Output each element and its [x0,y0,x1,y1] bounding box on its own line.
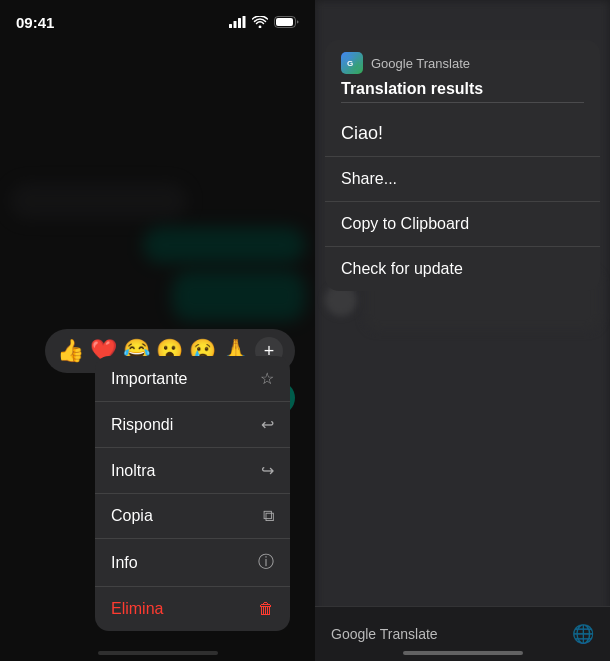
context-item-inoltra-label: Inoltra [111,462,155,480]
translate-title: Translation results [341,80,584,98]
context-item-importante[interactable]: Importante ☆ [95,356,290,402]
translate-app-name: Google Translate [371,56,470,71]
copy-icon: ⧉ [263,507,274,525]
google-translate-popup: G Google Translate Translation results C… [325,40,600,291]
bottom-bar-label: Google Translate [331,626,438,642]
translate-action-copy[interactable]: Copy to Clipboard [325,201,600,246]
right-home-indicator [403,651,523,655]
context-item-elimina-label: Elimina [111,600,163,618]
svg-rect-2 [238,18,241,28]
context-item-info[interactable]: Info ⓘ [95,539,290,587]
context-item-elimina[interactable]: Elimina 🗑 [95,587,290,631]
right-chat-area [315,260,610,606]
svg-rect-1 [234,21,237,28]
status-time: 09:41 [16,14,54,31]
status-bar: 09:41 [0,0,315,44]
right-translate-panel: G Google Translate Translation results C… [315,0,610,661]
context-item-copia-label: Copia [111,507,153,525]
context-item-inoltra[interactable]: Inoltra ↪ [95,448,290,494]
svg-rect-5 [276,18,293,26]
context-menu: Importante ☆ Rispondi ↩ Inoltra ↪ Copia … [95,356,290,631]
left-chat-panel: 09:41 [0,0,315,661]
translate-app-row: G Google Translate [341,52,584,74]
status-icons [229,16,299,28]
translate-divider [341,102,584,103]
context-item-info-label: Info [111,554,138,572]
forward-icon: ↪ [261,461,274,480]
info-icon: ⓘ [258,552,274,573]
svg-rect-3 [243,16,246,28]
wifi-icon [252,16,268,28]
reply-icon: ↩ [261,415,274,434]
emoji-thumbsup[interactable]: 👍 [57,338,84,364]
star-icon: ☆ [260,369,274,388]
context-item-copia[interactable]: Copia ⧉ [95,494,290,539]
globe-icon[interactable]: 🌐 [572,623,594,645]
google-translate-app-icon: G [341,52,363,74]
signal-icon [229,16,246,28]
translate-icon-svg: G [345,56,359,70]
translate-result-text: Ciao! [325,119,600,156]
trash-icon: 🗑 [258,600,274,618]
battery-icon [274,16,299,28]
context-item-rispondi[interactable]: Rispondi ↩ [95,402,290,448]
svg-text:G: G [347,59,353,68]
translate-action-update[interactable]: Check for update [325,246,600,291]
context-item-rispondi-label: Rispondi [111,416,173,434]
translate-action-share[interactable]: Share... [325,156,600,201]
context-item-importante-label: Importante [111,370,187,388]
svg-rect-0 [229,24,232,28]
translate-header: G Google Translate Translation results [325,40,600,119]
